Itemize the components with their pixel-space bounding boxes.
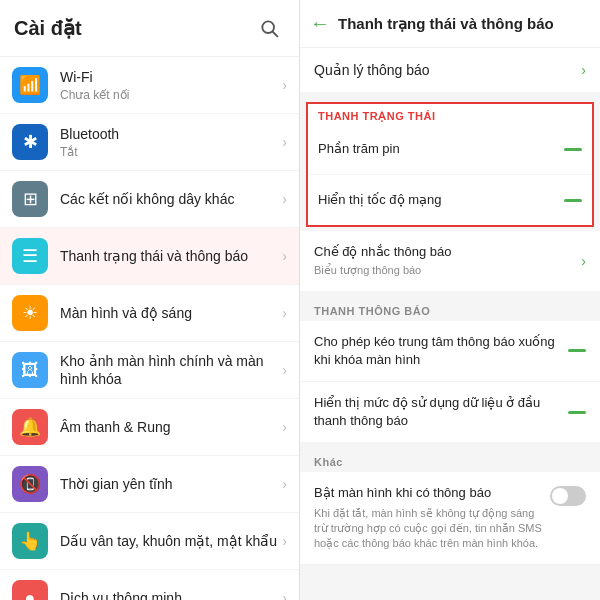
data-usage-label: Hiển thị mức độ sử dụng dữ liệu ở đầu th… [314,394,568,430]
quanly-thongbao-item[interactable]: Quản lý thông báo › [300,48,600,98]
status-bar-icon: ☰ [12,238,48,274]
screen-on-notif-text: Bật màn hình khi có thông báo Khi đặt tắ… [314,484,550,551]
quiet-time-arrow-icon: › [282,476,287,492]
smart-service-label: Dịch vụ thông minh [60,589,278,600]
notification-mode-item[interactable]: Chế độ nhắc thông báo Biểu tượng thông b… [300,231,600,297]
wallpaper-icon: 🖼 [12,352,48,388]
right-title: Thanh trạng thái và thông báo [338,15,590,33]
quiet-time-label: Thời gian yên tĩnh [60,475,278,493]
status-section-title: THANH TRẠNG THÁI [308,104,592,125]
setting-item-display[interactable]: ☀Màn hình và độ sáng› [0,285,299,342]
quanly-label: Quản lý thông báo [314,62,581,78]
toggle-thumb [552,488,568,504]
bluetooth-arrow-icon: › [282,134,287,150]
quanly-arrow-icon: › [581,62,586,78]
wallpaper-label: Kho ảnh màn hình chính và màn hình khóa [60,352,278,388]
network-speed-item[interactable]: Hiển thị tốc độ mạng [308,175,592,225]
screen-on-notif-toggle[interactable] [550,486,586,506]
khac-section: Khác Bật màn hình khi có thông báo Khi đ… [300,448,600,564]
data-usage-toggle[interactable] [568,411,586,414]
other-connections-label: Các kết nối không dây khác [60,190,278,208]
setting-item-wifi[interactable]: 📶Wi-FiChưa kết nối› [0,57,299,114]
setting-item-smart-service[interactable]: ●Dịch vụ thông minh› [0,570,299,600]
status-bar-label: Thanh trạng thái và thông báo [60,247,278,265]
notification-mode-label: Chế độ nhắc thông báo Biểu tượng thông b… [314,243,581,279]
display-arrow-icon: › [282,305,287,321]
thanh-trang-thai-section: THANH TRẠNG THÁI Phần trăm pin Hiển thị … [306,102,594,227]
left-header: Cài đặt [0,0,299,57]
fingerprint-icon: 👆 [12,523,48,559]
drag-notif-label: Cho phép kéo trung tâm thông báo xuống k… [314,333,568,369]
network-speed-toggle-on[interactable] [564,199,582,202]
setting-item-status-bar[interactable]: ☰Thanh trạng thái và thông báo› [0,228,299,285]
setting-item-sound[interactable]: 🔔Âm thanh & Rung› [0,399,299,456]
setting-item-wallpaper[interactable]: 🖼Kho ảnh màn hình chính và màn hình khóa… [0,342,299,399]
setting-item-bluetooth[interactable]: ✱BluetoothTắt› [0,114,299,171]
fingerprint-label: Dấu vân tay, khuôn mặt, mật khẩu [60,532,278,550]
wifi-arrow-icon: › [282,77,287,93]
notification-mode-arrow-icon: › [581,253,586,269]
other-connections-arrow-icon: › [282,191,287,207]
bluetooth-label: Bluetooth [60,125,278,143]
sound-icon: 🔔 [12,409,48,445]
svg-line-1 [273,32,278,37]
bluetooth-sublabel: Tắt [60,145,278,159]
setting-item-other-connections[interactable]: ⊞Các kết nối không dây khác› [0,171,299,228]
pin-label: Phần trăm pin [318,140,564,158]
wifi-icon: 📶 [12,67,48,103]
sound-arrow-icon: › [282,419,287,435]
drag-notif-toggle[interactable] [568,349,586,352]
drag-notif-item[interactable]: Cho phép kéo trung tâm thông báo xuống k… [300,321,600,382]
pin-item[interactable]: Phần trăm pin [308,125,592,175]
bluetooth-icon: ✱ [12,124,48,160]
app-title: Cài đặt [14,16,82,40]
search-button[interactable] [253,12,285,44]
screen-on-notif-item[interactable]: Bật màn hình khi có thông báo Khi đặt tắ… [300,472,600,564]
sound-label: Âm thanh & Rung [60,418,278,436]
wifi-label: Wi-Fi [60,68,278,86]
khac-section-title: Khác [300,448,600,472]
thanh-thongbao-section: THANH THÔNG BÁO Cho phép kéo trung tâm t… [300,297,600,449]
network-speed-label: Hiển thị tốc độ mạng [318,191,564,209]
other-connections-icon: ⊞ [12,181,48,217]
setting-item-quiet-time[interactable]: 📵Thời gian yên tĩnh› [0,456,299,513]
back-button[interactable]: ← [310,12,330,35]
data-usage-item[interactable]: Hiển thị mức độ sử dụng dữ liệu ở đầu th… [300,382,600,448]
fingerprint-arrow-icon: › [282,533,287,549]
quiet-time-icon: 📵 [12,466,48,502]
smart-service-arrow-icon: › [282,590,287,600]
right-panel: ← Thanh trạng thái và thông báo Quản lý … [300,0,600,600]
pin-toggle-on[interactable] [564,148,582,151]
wallpaper-arrow-icon: › [282,362,287,378]
wifi-sublabel: Chưa kết nối [60,88,278,102]
smart-service-icon: ● [12,580,48,600]
settings-list: 📶Wi-FiChưa kết nối›✱BluetoothTắt›⊞Các kế… [0,57,299,600]
left-panel: Cài đặt 📶Wi-FiChưa kết nối›✱BluetoothTắt… [0,0,300,600]
display-label: Màn hình và độ sáng [60,304,278,322]
notif-section-title: THANH THÔNG BÁO [300,297,600,321]
setting-item-fingerprint[interactable]: 👆Dấu vân tay, khuôn mặt, mật khẩu› [0,513,299,570]
status-bar-arrow-icon: › [282,248,287,264]
right-header: ← Thanh trạng thái và thông báo [300,0,600,48]
display-icon: ☀ [12,295,48,331]
